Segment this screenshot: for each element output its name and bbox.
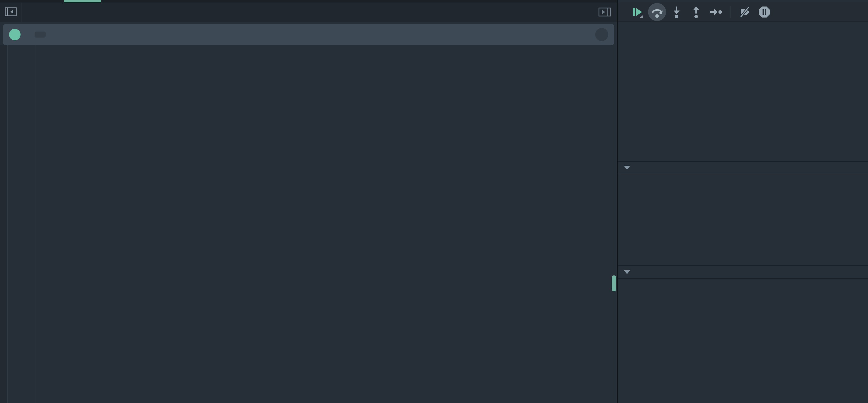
- call-stack-section-header[interactable]: [618, 265, 868, 279]
- gutter-separator: [36, 45, 36, 403]
- info-icon: [9, 29, 21, 40]
- long-press-indicator: [640, 15, 643, 18]
- step-over-button[interactable]: [647, 3, 667, 21]
- navigator-panel-icon: [4, 6, 17, 18]
- file-tab-bar: [0, 2, 617, 22]
- toggle-debugger-sidebar-button[interactable]: [598, 6, 612, 19]
- debugger-sidebar: [618, 0, 868, 403]
- notification-close-icon[interactable]: [595, 28, 608, 41]
- source-map-notification: [3, 24, 614, 45]
- chevron-down-icon: [624, 166, 630, 170]
- step-button[interactable]: [706, 3, 725, 21]
- toggle-navigator-sidebar-button[interactable]: [0, 2, 22, 22]
- chevron-down-icon: [624, 270, 630, 274]
- step-into-button[interactable]: [667, 3, 686, 21]
- step-out-button[interactable]: [686, 3, 706, 21]
- scope-section-header[interactable]: [618, 161, 868, 174]
- debugger-toolbar: [618, 2, 868, 22]
- pause-on-exceptions-button[interactable]: [754, 3, 774, 21]
- sources-panel-tab-accent: [64, 0, 101, 2]
- resume-script-execution-button[interactable]: [628, 3, 647, 21]
- breakpoint-gutter[interactable]: [0, 45, 7, 403]
- more-tabs-button[interactable]: [22, 2, 32, 22]
- devtools-sources-panel: [0, 0, 868, 403]
- editor-vertical-scrollbar-thumb[interactable]: [612, 275, 616, 291]
- dont-show-again-button[interactable]: [35, 32, 45, 38]
- toolbar-divider: [730, 6, 731, 18]
- deactivate-breakpoints-button[interactable]: [735, 3, 754, 21]
- code-editor[interactable]: [0, 45, 617, 403]
